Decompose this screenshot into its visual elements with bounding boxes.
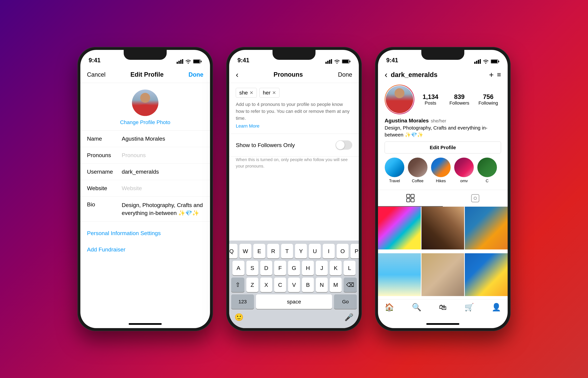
pronouns-content: she ✕ her ✕ Add up to 4 pronouns to your…: [229, 83, 359, 241]
key-w[interactable]: W: [239, 244, 251, 258]
tab-bar: [378, 190, 508, 207]
svg-rect-1: [178, 61, 180, 64]
highlight-hikes[interactable]: Hikes: [431, 157, 451, 183]
website-field[interactable]: Website Website: [80, 180, 210, 197]
emoji-icon[interactable]: 🙂: [235, 313, 244, 322]
pronouns-field[interactable]: Pronouns Pronouns: [80, 147, 210, 163]
key-y[interactable]: Y: [295, 244, 307, 258]
bag-nav-icon[interactable]: 🛒: [464, 303, 474, 311]
learn-more-link[interactable]: Learn More: [229, 123, 359, 134]
website-placeholder[interactable]: Website: [122, 185, 203, 191]
key-d[interactable]: D: [260, 261, 272, 275]
battery-icon: [491, 59, 499, 64]
bottom-nav: 🏠 🔍 🛍 🛒 👤: [378, 299, 508, 322]
remove-her-button[interactable]: ✕: [272, 90, 276, 95]
signal-icon: [325, 59, 332, 64]
microphone-icon[interactable]: 🎤: [344, 313, 353, 322]
show-followers-toggle[interactable]: [336, 140, 352, 150]
key-p[interactable]: P: [350, 244, 359, 258]
pronoun-tag-her: her ✕: [259, 88, 280, 98]
svg-rect-3: [182, 59, 183, 64]
following-stat[interactable]: 756 Following: [476, 93, 501, 106]
grid-item-4[interactable]: [378, 253, 421, 296]
bio-value[interactable]: Design, Photography, Crafts and everythi…: [122, 201, 203, 217]
key-l[interactable]: L: [344, 261, 355, 275]
key-t[interactable]: T: [281, 244, 293, 258]
back-button[interactable]: ‹: [236, 70, 238, 79]
home-nav-icon[interactable]: 🏠: [385, 303, 394, 311]
go-key[interactable]: Go: [334, 294, 357, 309]
search-nav-icon[interactable]: 🔍: [412, 303, 421, 311]
back-button[interactable]: ‹: [385, 70, 387, 80]
battery-icon: [342, 59, 350, 64]
key-i[interactable]: I: [323, 244, 335, 258]
highlight-label-omv: omv: [460, 179, 468, 183]
space-key[interactable]: space: [256, 294, 332, 309]
menu-button[interactable]: ≡: [497, 71, 501, 79]
name-field[interactable]: Name Agustina Morales: [80, 131, 210, 147]
battery-icon: [193, 59, 202, 64]
avatar[interactable]: [132, 90, 158, 116]
username-value[interactable]: dark_emeralds: [122, 169, 203, 175]
profile-nav-icon[interactable]: 👤: [492, 303, 501, 311]
key-e[interactable]: E: [253, 244, 265, 258]
key-c[interactable]: C: [274, 278, 286, 292]
toggle-knob: [336, 141, 345, 149]
shift-key[interactable]: ⇧: [231, 278, 244, 292]
personal-info-link[interactable]: Personal Information Settings: [80, 225, 210, 241]
followers-stat[interactable]: 839 Followers: [447, 93, 472, 106]
bio-field[interactable]: Bio Design, Photography, Crafts and ever…: [80, 197, 210, 222]
highlight-omv[interactable]: omv: [454, 157, 474, 183]
grid-item-1[interactable]: [378, 207, 421, 249]
grid-tab[interactable]: [378, 190, 443, 206]
key-x[interactable]: X: [260, 278, 272, 292]
numbers-key[interactable]: 123: [231, 294, 254, 309]
key-o[interactable]: O: [337, 244, 349, 258]
profile-header: ‹ dark_emeralds + ≡ 1,134 Posts: [378, 67, 508, 190]
svg-rect-2: [180, 60, 182, 64]
add-fundraiser-link[interactable]: Add Fundraiser: [80, 241, 210, 258]
key-q[interactable]: Q: [229, 244, 238, 258]
tagged-tab[interactable]: [443, 190, 508, 206]
done-button[interactable]: Done: [338, 71, 352, 78]
name-label: Name: [87, 135, 122, 142]
grid-item-3[interactable]: [465, 207, 508, 249]
done-button[interactable]: Done: [188, 71, 203, 78]
key-h[interactable]: H: [302, 261, 314, 275]
backspace-key[interactable]: ⌫: [344, 278, 357, 292]
pronouns-placeholder[interactable]: Pronouns: [122, 152, 203, 158]
svg-rect-14: [474, 62, 476, 64]
key-r[interactable]: R: [267, 244, 279, 258]
grid-item-2[interactable]: [421, 207, 464, 249]
key-g[interactable]: G: [288, 261, 300, 275]
key-k[interactable]: K: [330, 261, 342, 275]
highlight-coffee[interactable]: Coffee: [408, 157, 428, 183]
key-f[interactable]: F: [274, 261, 286, 275]
svg-point-26: [474, 197, 476, 200]
change-photo-button[interactable]: Change Profile Photo: [120, 119, 170, 125]
remove-she-button[interactable]: ✕: [250, 90, 253, 95]
key-m[interactable]: M: [330, 278, 342, 292]
name-pronoun-line: Agustina Morales she/her: [385, 118, 501, 124]
key-j[interactable]: J: [316, 261, 328, 275]
key-a[interactable]: A: [233, 261, 244, 275]
username-field[interactable]: Username dark_emeralds: [80, 163, 210, 180]
key-n[interactable]: N: [316, 278, 328, 292]
key-b[interactable]: B: [302, 278, 314, 292]
key-s[interactable]: S: [246, 261, 258, 275]
highlight-travel[interactable]: Travel: [385, 157, 405, 183]
highlight-circle-extra: [477, 157, 497, 177]
highlight-extra[interactable]: C: [477, 157, 497, 183]
key-v[interactable]: V: [288, 278, 300, 292]
grid-item-6[interactable]: [465, 253, 508, 296]
cancel-button[interactable]: Cancel: [87, 71, 106, 78]
pronoun-tag-she: she ✕: [236, 88, 257, 98]
grid-item-5[interactable]: [421, 253, 464, 296]
key-z[interactable]: Z: [246, 278, 258, 292]
name-value[interactable]: Agustina Morales: [122, 135, 203, 142]
add-button[interactable]: +: [489, 70, 494, 79]
shop-nav-icon[interactable]: 🛍: [439, 303, 447, 311]
key-u[interactable]: U: [309, 244, 321, 258]
edit-profile-button[interactable]: Edit Profile: [385, 142, 501, 153]
status-time: 9:41: [89, 57, 100, 64]
